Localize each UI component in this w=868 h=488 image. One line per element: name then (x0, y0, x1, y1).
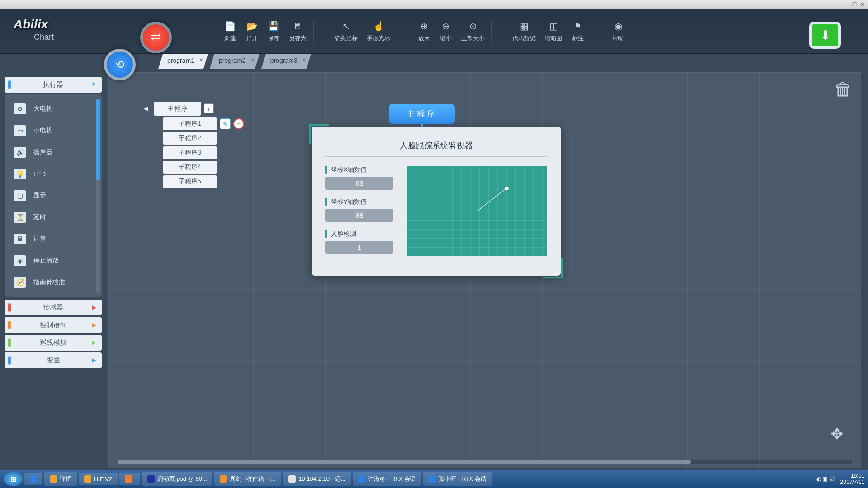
close-icon[interactable]: ✕ (199, 57, 203, 63)
save-button[interactable]: 💾保存 (267, 20, 280, 42)
add-subprogram-button[interactable]: + (204, 103, 214, 113)
block-display[interactable]: ▢显示 (5, 185, 102, 206)
trash-icon[interactable]: 🗑 (834, 79, 852, 99)
window-titlebar: — ❐ ✕ (0, 0, 868, 9)
block-delay[interactable]: ⏳延时 (5, 206, 102, 228)
thumbnail-icon: ◫ (547, 20, 560, 33)
download-button[interactable]: ⬇ (809, 22, 841, 49)
category-actuator[interactable]: 执行器▼ (5, 77, 102, 93)
maximize-button[interactable]: ❐ (852, 2, 857, 8)
tab-program2[interactable]: program2✕ (210, 54, 259, 69)
subprogram-1[interactable]: 子程序1✎− (163, 117, 217, 130)
main-program-block[interactable]: 主程序 (389, 104, 455, 124)
new-button[interactable]: 📄新建 (224, 20, 236, 42)
subprogram-4[interactable]: 子程序4 (163, 161, 217, 174)
zoom-out-button[interactable]: ⊖缩小 (439, 20, 452, 42)
chevron-down-icon: ▼ (91, 81, 96, 88)
mail-icon (220, 475, 227, 483)
app-logo-text: Abilix (14, 17, 48, 32)
taskbar-item[interactable] (119, 473, 140, 485)
logo-area: Abilix – Chart – (0, 9, 127, 53)
block-big-motor[interactable]: ⚙大电机 (5, 98, 102, 120)
dialog-title: 人脸跟踪系统监视器 (326, 140, 547, 157)
block-calc[interactable]: 🖩计算 (5, 228, 102, 250)
zoom-reset-icon: ⊙ (467, 20, 479, 33)
category-control[interactable]: 控制语句▶ (5, 317, 102, 333)
tray-icons[interactable]: ◐ ▣ 🔊 (816, 476, 836, 482)
sidebar: 执行器▼ ⚙大电机 ▭小电机 🔊扬声器 💡LED ▢显示 ⏳延时 🖩计算 ◉停止… (5, 77, 102, 465)
taskbar-item[interactable]: 张小旺 - RTX 会话 (423, 472, 492, 486)
stop-icon: ◉ (14, 255, 26, 266)
move-icon[interactable]: ✥ (830, 425, 843, 443)
code-icon: ▦ (518, 20, 530, 33)
close-icon[interactable]: ✕ (302, 57, 307, 63)
hand-icon: ☝ (372, 20, 385, 33)
minimize-button[interactable]: — (844, 2, 849, 7)
face-tracking-monitor-dialog: 人脸跟踪系统监视器 坐标X轴数值 88 坐标Y轴数值 88 人脸检测 1 (312, 127, 561, 276)
taskbar-item[interactable]: 许海冬 - RTX 会话 (353, 472, 421, 486)
toolbar-zoom-group: ⊕放大 ⊖缩小 ⊙正常大小 (411, 20, 492, 42)
arrow-cursor-button[interactable]: ↖箭头光标 (334, 20, 358, 42)
taskbar-item[interactable]: 10.104.2.10 - 远... (283, 472, 351, 486)
taskbar-ie[interactable] (24, 473, 42, 485)
block-compass[interactable]: 🧭指南针校准 (5, 272, 102, 293)
zoom-in-icon: ⊕ (418, 20, 430, 33)
delete-icon[interactable]: − (233, 118, 244, 129)
zoom-out-icon: ⊖ (439, 20, 452, 33)
detect-value: 1 (326, 241, 393, 254)
taskbar-item[interactable]: 弹框 (44, 472, 77, 486)
actuator-list: ⚙大电机 ▭小电机 🔊扬声器 💡LED ▢显示 ⏳延时 🖩计算 ◉停止播放 🧭指… (5, 94, 102, 297)
zoom-in-button[interactable]: ⊕放大 (418, 20, 430, 42)
subprogram-5[interactable]: 子程序5 (163, 175, 217, 188)
clock[interactable]: 15:01 2017/7/11 (840, 473, 864, 486)
close-button[interactable]: ✕ (860, 2, 864, 8)
tree-main-program[interactable]: ◀ 主程序 + (154, 102, 201, 116)
category-linefollow[interactable]: 巡线模块▶ (5, 335, 102, 351)
system-tray[interactable]: ◐ ▣ 🔊 15:01 2017/7/11 (816, 473, 864, 486)
annotate-button[interactable]: ⚑标注 (571, 20, 584, 42)
block-stop[interactable]: ◉停止播放 (5, 250, 102, 272)
block-led[interactable]: 💡LED (5, 163, 102, 185)
chevron-right-icon: ▶ (92, 339, 96, 346)
taskbar-item[interactable]: 周剑 - 收件箱 - I... (214, 472, 282, 486)
taskbar-item[interactable]: 启动页.psd @ 50... (142, 472, 212, 486)
loop-button[interactable]: ⟲ (104, 49, 136, 80)
category-variable[interactable]: 变量▶ (5, 352, 102, 368)
canvas[interactable]: 🗑 ✥ ◀ 主程序 + 子程序1✎− 子程序2 子程序3 子程序4 子程序5 主… (108, 72, 861, 468)
thumbnail-button[interactable]: ◫缩略图 (545, 20, 562, 42)
document-tabs: program1✕ program2✕ program3✕ (158, 54, 313, 69)
player-icon (125, 475, 132, 483)
hand-cursor-button[interactable]: ☝手形光标 (367, 20, 390, 42)
chevron-right-icon: ▶ (92, 322, 96, 328)
help-button[interactable]: ◉帮助 (612, 20, 624, 42)
y-value: 88 (326, 209, 393, 222)
ie-icon (30, 475, 37, 483)
zoom-reset-button[interactable]: ⊙正常大小 (461, 20, 485, 42)
link-icon: ⮂ (151, 31, 161, 44)
connect-button[interactable]: ⮂ (140, 22, 172, 53)
chevron-right-icon: ▶ (92, 357, 96, 363)
block-speaker[interactable]: 🔊扬声器 (5, 141, 102, 163)
hourglass-icon: ⏳ (14, 212, 26, 223)
subprogram-2[interactable]: 子程序2 (163, 132, 217, 145)
close-icon[interactable]: ✕ (250, 57, 255, 63)
subprogram-list: 子程序1✎− 子程序2 子程序3 子程序4 子程序5 (163, 117, 217, 188)
canvas-hscrollbar[interactable] (118, 460, 852, 464)
edit-icon[interactable]: ✎ (220, 118, 231, 129)
tab-program1[interactable]: program1✕ (158, 54, 208, 69)
field-y: 坐标Y轴数值 88 (326, 198, 393, 222)
collapse-icon[interactable]: ◀ (144, 105, 148, 112)
taskbar-item[interactable]: H F V2 (79, 473, 118, 485)
tracking-chart (407, 166, 547, 256)
open-button[interactable]: 📂打开 (245, 20, 258, 42)
code-preview-button[interactable]: ▦代码预览 (512, 20, 536, 42)
saveas-button[interactable]: 🗎另存为 (289, 20, 307, 42)
category-sensor[interactable]: 传感器▶ (5, 300, 102, 315)
start-button[interactable]: ⊞ (4, 472, 23, 486)
field-detect: 人脸检测 1 (326, 230, 393, 254)
sidebar-scrollbar[interactable] (96, 99, 100, 292)
subprogram-3[interactable]: 子程序3 (163, 146, 217, 159)
ps-icon (147, 475, 155, 483)
tab-program3[interactable]: program3✕ (261, 54, 311, 69)
block-small-motor[interactable]: ▭小电机 (5, 120, 102, 141)
